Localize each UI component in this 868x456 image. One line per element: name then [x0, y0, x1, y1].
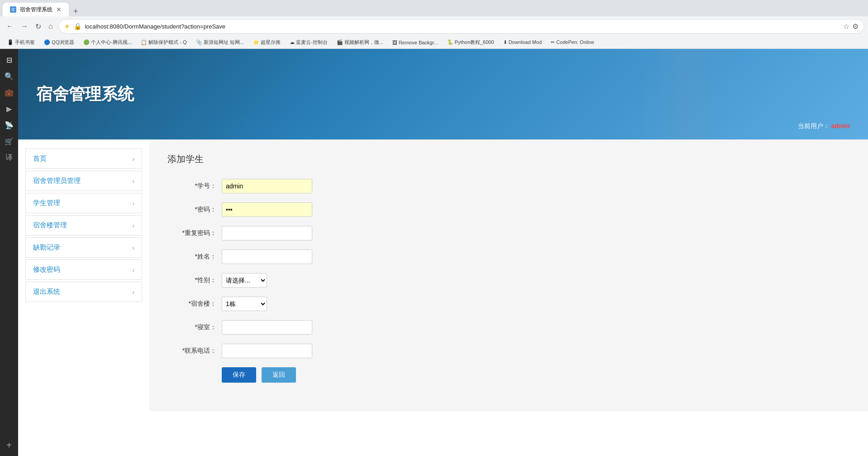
main-layout: 首页 › 宿舍管理员管理 › 学生管理 › 宿舍楼管理 › 缺勤记录 ›	[18, 139, 868, 411]
sidebar-item-building-manage[interactable]: 宿舍楼管理 ›	[25, 215, 142, 235]
sidebar-item-student-label: 学生管理	[33, 199, 60, 207]
sidebar-absence-chevron-icon: ›	[132, 244, 134, 251]
forward-button[interactable]: →	[18, 20, 31, 32]
header-decoration	[642, 49, 732, 139]
home-button[interactable]: ⌂	[46, 20, 56, 32]
sidebar-item-home-label: 首页	[33, 154, 47, 163]
room-row: *寝室：	[167, 320, 529, 335]
building-select[interactable]: 1栋 2栋 3栋 4栋	[222, 297, 267, 311]
sidebar-password-chevron-icon: ›	[132, 266, 134, 274]
panel-live-icon[interactable]: 📡	[2, 118, 16, 132]
student-id-input[interactable]	[222, 179, 312, 193]
bookmark-star[interactable]: ⭐ 超星尔推	[249, 38, 284, 47]
url-input[interactable]	[85, 23, 839, 30]
sidebar-item-building-label: 宿舍楼管理	[33, 221, 67, 230]
phone-label: *联系电话：	[167, 347, 222, 355]
browser-layout: ⊟ 🔍 💼 ▶ 📡 🛒 译 + 宿舍管理系统 当前用户： admin 首页 ›	[0, 49, 868, 456]
panel-media-icon[interactable]: ▶	[2, 101, 16, 116]
sidebar-item-home[interactable]: 首页 ›	[25, 149, 142, 169]
refresh-button[interactable]: ↻	[33, 20, 44, 33]
bookmark-download-mod[interactable]: ⬇ Download Mod	[500, 38, 545, 46]
bookmark-star-icon: ★	[64, 23, 70, 30]
browser-tabs: 宿 宿舍管理系统 ✕ +	[0, 0, 868, 16]
phone-row: *联系电话：	[167, 344, 529, 358]
sidebar-item-admin-label: 宿舍管理员管理	[33, 177, 81, 185]
app-title: 宿舍管理系统	[36, 83, 134, 106]
bookmark-python[interactable]: 🐍 Python教程_6000	[444, 38, 498, 47]
bookmark-sina[interactable]: 📎 新浪短网址 短网...	[192, 38, 248, 47]
address-right-icons: ☆ ⚙	[843, 22, 858, 31]
bookmark-remove-bg[interactable]: 🖼 Remove Backgr...	[389, 39, 442, 46]
gender-label: *性别：	[167, 276, 222, 284]
room-label: *寝室：	[167, 323, 222, 331]
current-user-display: 当前用户： admin	[798, 122, 850, 130]
extension-icon: ⚙	[852, 22, 858, 31]
sidebar-item-password-label: 修改密码	[33, 265, 60, 274]
sidebar-home-chevron-icon: ›	[132, 155, 134, 163]
bookmark-phone[interactable]: 📱 手机书签	[4, 38, 38, 47]
current-user-name: admin	[831, 122, 850, 130]
name-row: *姓名：	[167, 250, 529, 264]
sidebar-building-chevron-icon: ›	[132, 222, 134, 229]
gender-select[interactable]: 请选择... 男 女	[222, 273, 267, 288]
content-area: 添加学生 *学号： *密码： *重复密码：	[149, 139, 868, 411]
panel-search-icon[interactable]: 🔍	[2, 69, 16, 83]
name-label: *姓名：	[167, 253, 222, 261]
active-tab[interactable]: 宿 宿舍管理系统 ✕	[3, 3, 69, 16]
address-bar[interactable]: ★ 🔒 ☆ ⚙	[58, 19, 864, 34]
repeat-password-label: *重复密码：	[167, 229, 222, 237]
tab-title: 宿舍管理系统	[20, 6, 52, 14]
bookmark-codepen[interactable]: ✏ CodePen: Online	[547, 38, 598, 46]
bookmark-protect[interactable]: 📋 解除保护模式 - Q	[137, 38, 190, 47]
password-label: *密码：	[167, 206, 222, 214]
sidebar-admin-chevron-icon: ›	[132, 178, 134, 185]
phone-input[interactable]	[222, 344, 312, 358]
sidebar-item-logout-label: 退出系统	[33, 288, 60, 296]
name-input[interactable]	[222, 250, 312, 264]
panel-translate-icon[interactable]: 译	[2, 150, 16, 165]
bookmark-icon: ☆	[843, 22, 849, 31]
sidebar-item-change-password[interactable]: 修改密码 ›	[25, 259, 142, 280]
sidebar-item-student-manage[interactable]: 学生管理 ›	[25, 193, 142, 213]
student-id-label: *学号：	[167, 182, 222, 190]
new-tab-button[interactable]: +	[70, 7, 82, 16]
sidebar-item-absence-label: 缺勤记录	[33, 243, 60, 252]
back-button[interactable]: 返回	[262, 367, 296, 383]
save-button[interactable]: 保存	[222, 367, 256, 383]
sidebar-item-logout[interactable]: 退出系统 ›	[25, 282, 142, 302]
browser-left-panel: ⊟ 🔍 💼 ▶ 📡 🛒 译 +	[0, 49, 18, 456]
sidebar: 首页 › 宿舍管理员管理 › 学生管理 › 宿舍楼管理 › 缺勤记录 ›	[18, 139, 149, 411]
building-label: *宿舍楼：	[167, 300, 222, 308]
form-title: 添加学生	[167, 153, 850, 165]
sidebar-student-chevron-icon: ›	[132, 200, 134, 207]
building-row: *宿舍楼： 1栋 2栋 3栋 4栋	[167, 297, 529, 311]
student-id-row: *学号：	[167, 179, 529, 193]
bookmark-personal[interactable]: 🟢 个人中心-腾讯视...	[80, 38, 135, 47]
room-input[interactable]	[222, 320, 312, 335]
form-buttons: 保存 返回	[222, 367, 529, 383]
current-user-label: 当前用户：	[798, 122, 830, 130]
bookmarks-bar: 📱 手机书签 🔵 QQ浏览器 🟢 个人中心-腾讯视... 📋 解除保护模式 - …	[0, 36, 868, 49]
add-student-form: *学号： *密码： *重复密码： *姓名：	[167, 179, 529, 383]
panel-add-icon[interactable]: +	[2, 438, 16, 452]
page-content: 宿舍管理系统 当前用户： admin 首页 › 宿舍管理员管理 › 学生管	[18, 49, 868, 456]
panel-home-icon[interactable]: ⊟	[2, 53, 16, 67]
sidebar-item-absence[interactable]: 缺勤记录 ›	[25, 237, 142, 258]
back-button[interactable]: ←	[4, 20, 16, 32]
tab-close-button[interactable]: ✕	[56, 6, 62, 13]
sidebar-item-admin-manage[interactable]: 宿舍管理员管理 ›	[25, 171, 142, 191]
security-icon: 🔒	[74, 23, 81, 30]
gender-row: *性别： 请选择... 男 女	[167, 273, 529, 288]
repeat-password-input[interactable]	[222, 226, 312, 240]
bookmark-qq[interactable]: 🔵 QQ浏览器	[40, 38, 78, 47]
nav-buttons: ← → ↻ ⌂	[4, 20, 56, 33]
tab-favicon: 宿	[10, 6, 16, 13]
bookmark-cloud[interactable]: ☁ 蓝麦云-控制台	[286, 38, 331, 47]
password-input[interactable]	[222, 202, 312, 217]
sidebar-logout-chevron-icon: ›	[132, 288, 134, 296]
panel-cart-icon[interactable]: 🛒	[2, 134, 16, 149]
bookmark-video[interactable]: 🎬 视频解析网，微...	[333, 38, 387, 47]
repeat-password-row: *重复密码：	[167, 226, 529, 240]
password-row: *密码：	[167, 202, 529, 217]
panel-work-icon[interactable]: 💼	[2, 85, 16, 100]
